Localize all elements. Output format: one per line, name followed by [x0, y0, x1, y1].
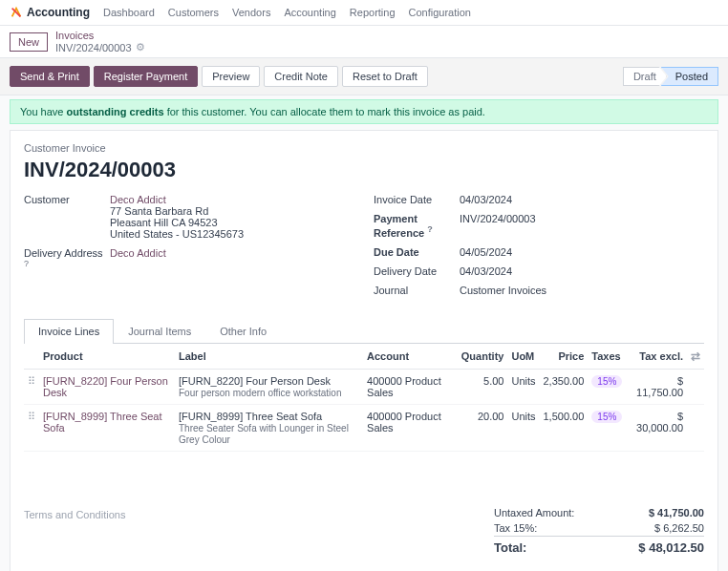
app-name: Accounting [27, 6, 90, 19]
invoice-sheet: Customer Invoice INV/2024/00003 Customer… [10, 130, 718, 571]
status-draft[interactable]: Draft [623, 67, 667, 86]
customer-addr3: United States - US12345673 [110, 228, 244, 240]
payment-ref-label: Payment Reference ? [374, 213, 460, 239]
breadcrumb-current-text: INV/2024/00003 [55, 42, 132, 53]
breadcrumb-parent[interactable]: Invoices [55, 30, 145, 41]
col-account[interactable]: Account [363, 344, 458, 370]
customer-name-link[interactable]: Deco Addict [110, 194, 244, 205]
alert-text-pre: You have [20, 106, 67, 117]
line-tax[interactable]: 15% [588, 404, 626, 451]
nav-customers[interactable]: Customers [168, 7, 219, 18]
table-row[interactable]: ⠿[FURN_8220] Four Person Desk[FURN_8220]… [24, 369, 704, 404]
status-bar: Draft Posted [623, 67, 718, 86]
status-posted[interactable]: Posted [661, 67, 718, 86]
help-icon[interactable]: ? [427, 224, 433, 234]
help-icon[interactable]: ? [24, 259, 29, 268]
gear-icon[interactable]: ⚙ [136, 41, 145, 53]
app-icon [10, 6, 23, 19]
line-qty[interactable]: 20.00 [458, 404, 508, 451]
drag-handle-icon[interactable]: ⠿ [28, 411, 35, 422]
invoice-date-value[interactable]: 04/03/2024 [460, 194, 512, 205]
col-tax-excl[interactable]: Tax excl. [626, 344, 687, 370]
total-value: $ 48,012.50 [638, 540, 704, 555]
alert-text-post: for this customer. You can allocate them… [164, 106, 485, 117]
drag-handle-icon[interactable]: ⠿ [28, 375, 35, 387]
invoice-number: INV/2024/00003 [24, 158, 704, 182]
delivery-date-label: Delivery Date [374, 265, 460, 277]
alert-text-bold: outstanding credits [67, 106, 164, 117]
reset-draft-button[interactable]: Reset to Draft [342, 66, 428, 87]
due-date-value[interactable]: 04/05/2024 [460, 246, 512, 258]
line-subtotal: $ 11,750.00 [626, 369, 687, 404]
payment-ref-value[interactable]: INV/2024/00003 [460, 213, 536, 239]
topbar: Accounting Dashboard Customers Vendors A… [0, 0, 728, 26]
customer-value[interactable]: Deco Addict 77 Santa Barbara Rd Pleasant… [110, 194, 244, 240]
col-price[interactable]: Price [540, 344, 589, 370]
breadcrumb-bar: New Invoices INV/2024/00003 ⚙ [0, 26, 728, 58]
journal-label: Journal [374, 285, 460, 296]
line-tax[interactable]: 15% [588, 369, 626, 404]
send-print-button[interactable]: Send & Print [10, 66, 90, 87]
sheet-subtitle: Customer Invoice [24, 142, 704, 154]
due-date-label: Due Date [374, 246, 460, 258]
breadcrumb-current: INV/2024/00003 ⚙ [55, 41, 145, 53]
invoice-lines-table: Product Label Account Quantity UoM Price… [24, 344, 704, 452]
register-payment-button[interactable]: Register Payment [94, 66, 198, 87]
preview-button[interactable]: Preview [202, 66, 260, 87]
nav-vendors[interactable]: Vendors [232, 7, 270, 18]
col-quantity[interactable]: Quantity [458, 344, 508, 370]
customer-label: Customer [24, 194, 110, 240]
tax-value: $ 6,262.50 [654, 522, 704, 534]
delivery-address-value[interactable]: Deco Addict [110, 247, 166, 273]
nav-reporting[interactable]: Reporting [350, 7, 396, 18]
nav-configuration[interactable]: Configuration [409, 7, 471, 18]
journal-value[interactable]: Customer Invoices [460, 285, 546, 296]
credit-note-button[interactable]: Credit Note [264, 66, 338, 87]
untaxed-value: $ 41,750.00 [649, 507, 704, 518]
action-bar: Send & Print Register Payment Preview Cr… [0, 58, 728, 95]
line-price[interactable]: 1,500.00 [540, 404, 589, 451]
columns-settings-icon[interactable]: ⇄ [691, 349, 700, 363]
line-uom[interactable]: Units [507, 369, 539, 404]
delivery-date-value[interactable]: 04/03/2024 [460, 265, 512, 277]
outstanding-credits-alert: You have outstanding credits for this cu… [10, 99, 718, 124]
delivery-address-label: Delivery Address ? [24, 247, 110, 273]
nav-dashboard[interactable]: Dashboard [103, 7, 155, 18]
line-price[interactable]: 2,350.00 [540, 369, 589, 404]
col-taxes[interactable]: Taxes [588, 344, 626, 370]
tax-label: Tax 15%: [494, 522, 537, 534]
table-row[interactable]: ⠿[FURN_8999] Three Seat Sofa[FURN_8999] … [24, 404, 704, 451]
line-account[interactable]: 400000 Product Sales [363, 404, 458, 451]
total-label: Total: [494, 540, 526, 555]
line-uom[interactable]: Units [507, 404, 539, 451]
totals-block: Untaxed Amount:$ 41,750.00 Tax 15%:$ 6,2… [494, 505, 704, 557]
nav-accounting[interactable]: Accounting [284, 7, 335, 18]
col-uom[interactable]: UoM [507, 344, 539, 370]
line-label[interactable]: [FURN_8999] Three Seat SofaThree Seater … [175, 404, 363, 451]
customer-addr2: Pleasant Hill CA 94523 [110, 217, 244, 228]
tab-journal-items[interactable]: Journal Items [114, 319, 205, 343]
line-product[interactable]: [FURN_8999] Three Seat Sofa [43, 411, 162, 434]
line-product[interactable]: [FURN_8220] Four Person Desk [43, 375, 168, 398]
untaxed-label: Untaxed Amount: [494, 507, 574, 518]
line-account[interactable]: 400000 Product Sales [363, 369, 458, 404]
tab-other-info[interactable]: Other Info [205, 319, 281, 343]
app-logo[interactable]: Accounting [10, 6, 90, 19]
line-label[interactable]: [FURN_8220] Four Person DeskFour person … [175, 369, 363, 404]
new-button[interactable]: New [10, 32, 48, 52]
customer-addr1: 77 Santa Barbara Rd [110, 205, 244, 217]
tab-invoice-lines[interactable]: Invoice Lines [24, 319, 114, 344]
invoice-date-label: Invoice Date [374, 194, 460, 205]
col-label[interactable]: Label [175, 344, 363, 370]
col-product[interactable]: Product [39, 344, 175, 370]
line-subtotal: $ 30,000.00 [626, 404, 687, 451]
tabs: Invoice Lines Journal Items Other Info [24, 319, 704, 344]
line-qty[interactable]: 5.00 [458, 369, 508, 404]
